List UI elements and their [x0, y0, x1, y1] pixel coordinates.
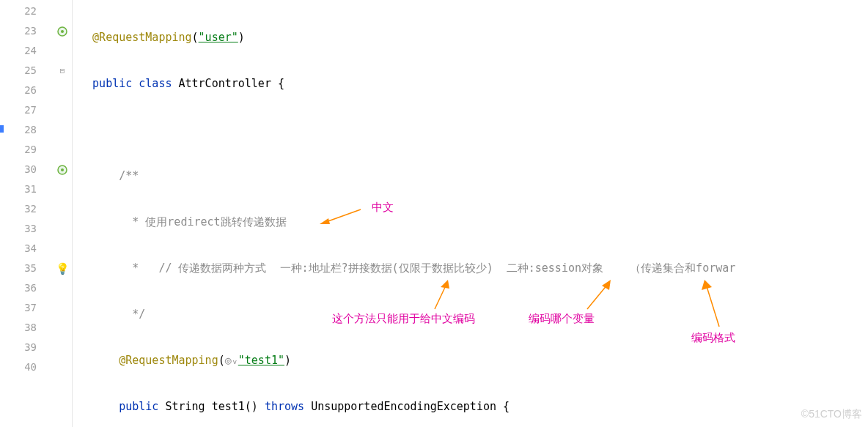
svg-marker-9 — [602, 280, 611, 290]
line-number[interactable]: 24 — [0, 41, 53, 61]
line-number[interactable]: 32 — [0, 199, 53, 219]
intention-bulb-icon[interactable]: 💡 — [53, 259, 72, 278]
line-number[interactable]: 31 — [0, 179, 53, 199]
svg-point-3 — [61, 168, 64, 171]
spring-bean-icon[interactable] — [53, 21, 72, 41]
fold-icon[interactable]: ⊟ — [53, 61, 72, 81]
svg-marker-11 — [702, 280, 712, 290]
url-icon[interactable]: ◎ᵥ — [225, 354, 238, 367]
line-number[interactable]: 39 — [0, 338, 53, 357]
line-number[interactable]: 33 — [0, 219, 53, 239]
line-number[interactable]: 23 — [0, 21, 53, 41]
code-line[interactable]: /** — [73, 166, 868, 186]
gutter: 22 23 24 25 26 27 28 29 30 31 32 33 34 3… — [0, 0, 73, 427]
line-number[interactable]: 28 — [0, 120, 53, 140]
line-number[interactable]: 34 — [0, 239, 53, 259]
line-number[interactable]: 36 — [0, 278, 53, 298]
annotation-label: 编码格式 — [691, 331, 735, 345]
line-number[interactable]: 40 — [0, 357, 53, 377]
selection-marker — [0, 125, 4, 133]
code-line[interactable]: */ — [73, 305, 868, 324]
code-line[interactable]: public class AttrController { — [73, 74, 868, 94]
svg-marker-7 — [441, 280, 449, 289]
line-numbers: 22 23 24 25 26 27 28 29 30 31 32 33 34 3… — [0, 0, 53, 427]
line-number[interactable]: 26 — [0, 81, 53, 100]
line-number[interactable]: 25 — [0, 61, 53, 81]
watermark: ©51CTO博客 — [801, 408, 862, 421]
code-editor: 22 23 24 25 26 27 28 29 30 31 32 33 34 3… — [0, 0, 868, 427]
code-line[interactable]: * // 传递数据两种方式 一种:地址栏?拼接数据(仅限于数据比较少) 二种:s… — [73, 259, 868, 278]
code-line[interactable]: @RequestMapping(◎ᵥ"test1") — [73, 351, 868, 371]
code-area[interactable]: @RequestMapping("user") public class Att… — [73, 0, 868, 427]
spring-bean-icon[interactable] — [53, 160, 72, 179]
line-number[interactable]: 35 — [0, 259, 53, 278]
code-line[interactable] — [73, 120, 868, 140]
code-line[interactable]: * 使用redirect跳转传递数据 — [73, 212, 868, 232]
line-number[interactable]: 37 — [0, 298, 53, 318]
line-number[interactable]: 27 — [0, 100, 53, 120]
line-number[interactable]: 38 — [0, 318, 53, 338]
gutter-icon-strip: ⊟ 💡 — [53, 0, 72, 427]
svg-point-1 — [61, 30, 64, 33]
code-line[interactable]: public String test1() throws Unsupported… — [73, 397, 868, 417]
line-number[interactable]: 29 — [0, 140, 53, 160]
code-line[interactable]: @RequestMapping("user") — [73, 28, 868, 48]
line-number[interactable]: 22 — [0, 1, 53, 21]
line-number[interactable]: 30 — [0, 160, 53, 179]
